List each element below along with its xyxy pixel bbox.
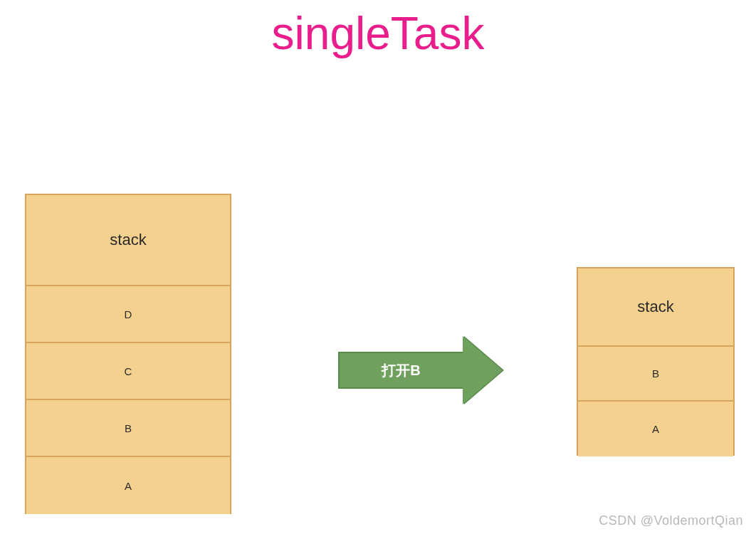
- arrow-body: 打开B: [338, 352, 463, 389]
- left-stack-item: C: [26, 343, 230, 400]
- right-stack-container: stack B A: [577, 267, 735, 456]
- right-stack-item: A: [578, 402, 733, 456]
- watermark-text: CSDN @VoldemortQian: [599, 513, 743, 528]
- left-stack-container: stack D C B A: [25, 194, 231, 514]
- transition-arrow: 打开B: [338, 335, 516, 406]
- left-stack-header: stack: [26, 195, 230, 286]
- arrow-head-icon: [463, 336, 503, 404]
- right-stack-header: stack: [578, 268, 733, 347]
- diagram-title: singleTask: [272, 7, 485, 60]
- right-stack-item: B: [578, 347, 733, 402]
- arrow-label: 打开B: [382, 361, 420, 380]
- left-stack-item: D: [26, 286, 230, 343]
- left-stack-item: B: [26, 400, 230, 457]
- left-stack-item: A: [26, 457, 230, 514]
